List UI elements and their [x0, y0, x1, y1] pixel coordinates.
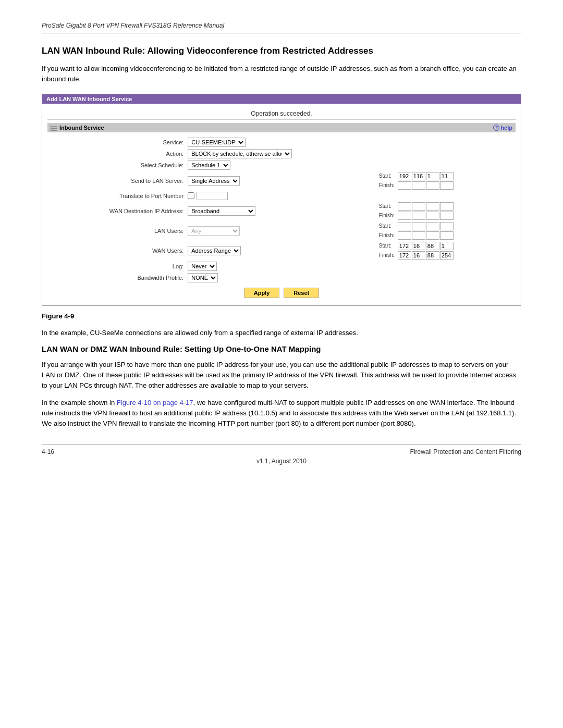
footer-left: 4-16: [42, 448, 54, 455]
start-finish-cell: Start: Finish:: [377, 171, 516, 191]
lan-start-4[interactable]: [440, 222, 454, 230]
schedule-field: Schedule 1: [186, 159, 377, 171]
wan-users-select[interactable]: Address Range: [188, 246, 241, 255]
service-field: CU-SEEME:UDP: [186, 137, 377, 148]
grid-icon: [51, 125, 57, 131]
figure-label: Figure 4-9: [42, 311, 521, 322]
lan-server-row: Send to LAN Server: Single Address Start…: [47, 171, 516, 191]
wan-dest-field: Broadband: [186, 201, 377, 221]
start-ip-4[interactable]: [440, 172, 454, 180]
screenshot-content: Operation succeeded. Inbound Service ? h…: [42, 104, 521, 305]
wan-start-3[interactable]: [426, 242, 439, 250]
service-label: Service:: [47, 137, 186, 148]
wan-dest-start-1[interactable]: [398, 202, 411, 211]
bandwidth-select[interactable]: NONE: [188, 273, 218, 282]
wan-dest-finish-4[interactable]: [440, 212, 454, 220]
lan-start-3[interactable]: [426, 222, 439, 230]
wan-dest-select[interactable]: Broadband: [188, 206, 255, 216]
action-select[interactable]: BLOCK by schedule, otherwise allow: [188, 149, 292, 158]
section2-para2: In the example shown in Figure 4-10 on p…: [42, 398, 521, 429]
service-row: Service: CU-SEEME:UDP: [47, 137, 516, 148]
wan-dest-start-label: Start:: [379, 203, 396, 209]
wan-dest-sf-cell: Start: Finish:: [377, 201, 516, 221]
figure-link[interactable]: Figure 4-10 on page 4-17: [117, 399, 193, 406]
reset-button[interactable]: Reset: [284, 288, 319, 298]
lan-start-2[interactable]: [412, 222, 425, 230]
finish-label: Finish:: [379, 182, 396, 188]
wan-dest-finish-label: Finish:: [379, 213, 396, 218]
footer-row: 4-16 Firewall Protection and Content Fil…: [42, 448, 521, 455]
section1-para1: If you want to allow incoming videoconfe…: [42, 64, 521, 84]
lan-finish-1[interactable]: [398, 231, 411, 240]
translate-input[interactable]: [197, 192, 228, 200]
start-row: Start:: [379, 172, 513, 180]
wan-dest-finish-3[interactable]: [426, 212, 439, 220]
wan-users-label: WAN Users:: [47, 241, 186, 261]
wan-dest-row: WAN Destination IP Address: Broadband St…: [47, 201, 516, 221]
section2-heading: LAN WAN or DMZ WAN Inbound Rule: Setting…: [42, 344, 521, 353]
finish-ip-1[interactable]: [398, 181, 411, 190]
screenshot-title-bar: Add LAN WAN Inbound Service: [42, 94, 521, 104]
start-ip-group: [398, 172, 454, 180]
lan-finish-2[interactable]: [412, 231, 425, 240]
button-row: Apply Reset: [47, 283, 516, 300]
send-lan-select[interactable]: Single Address: [188, 176, 240, 186]
header-rule: [42, 33, 521, 33]
translate-checkbox[interactable]: [188, 192, 194, 199]
translate-field: [186, 191, 377, 201]
wan-dest-start-3[interactable]: [426, 202, 439, 211]
action-label: Action:: [47, 148, 186, 159]
schedule-label: Select Schedule:: [47, 159, 186, 171]
service-select[interactable]: CU-SEEME:UDP: [188, 138, 246, 147]
log-select[interactable]: Never: [188, 262, 217, 271]
lan-start-label: Start:: [379, 223, 396, 229]
lan-finish-3[interactable]: [426, 231, 439, 240]
wan-finish-1[interactable]: [398, 251, 411, 260]
wan-finish-2[interactable]: [412, 251, 425, 260]
lan-users-select[interactable]: Any: [188, 226, 240, 236]
lan-users-row: LAN Users: Any Start:: [47, 221, 516, 241]
wan-start-4[interactable]: [440, 242, 454, 250]
wan-start-label: Start:: [379, 243, 396, 249]
wan-dest-start-4[interactable]: [440, 202, 454, 211]
wan-finish-4[interactable]: [440, 251, 454, 260]
lan-finish-row: Finish:: [379, 231, 513, 240]
wan-users-sf-cell: Start: Finish:: [377, 241, 516, 261]
action-field: BLOCK by schedule, otherwise allow: [186, 148, 377, 159]
translate-label: Translate to Port Number: [47, 191, 186, 201]
wan-finish-row: Finish:: [379, 251, 513, 260]
start-ip-3[interactable]: [426, 172, 439, 180]
help-link[interactable]: ? help: [493, 125, 512, 131]
start-ip-1[interactable]: [398, 172, 411, 180]
bandwidth-row: Bandwidth Profile: NONE: [47, 272, 516, 283]
action-row: Action: BLOCK by schedule, otherwise all…: [47, 148, 516, 159]
start-ip-2[interactable]: [412, 172, 425, 180]
wan-dest-finish-1[interactable]: [398, 212, 411, 220]
lan-finish-label: Finish:: [379, 232, 396, 238]
inbound-service-header: Inbound Service ? help: [47, 123, 516, 132]
screenshot-box: Add LAN WAN Inbound Service Operation su…: [42, 94, 521, 306]
wan-start-2[interactable]: [412, 242, 425, 250]
section2-para1: If you arrange with your ISP to have mor…: [42, 360, 521, 391]
lan-start-1[interactable]: [398, 222, 411, 230]
help-icon: ?: [493, 125, 499, 131]
finish-ip-4[interactable]: [440, 181, 454, 190]
lan-start-row: Start:: [379, 222, 513, 230]
start-label: Start:: [379, 173, 396, 179]
log-row: Log: Never: [47, 261, 516, 272]
finish-ip-3[interactable]: [426, 181, 439, 190]
finish-ip-2[interactable]: [412, 181, 425, 190]
footer-rule: [42, 445, 521, 445]
log-label: Log:: [47, 261, 186, 272]
section1-heading: LAN WAN Inbound Rule: Allowing Videoconf…: [42, 46, 521, 56]
lan-finish-4[interactable]: [440, 231, 454, 240]
lan-users-field: Any: [186, 221, 377, 241]
wan-dest-start-2[interactable]: [412, 202, 425, 211]
wan-users-field: Address Range: [186, 241, 377, 261]
wan-finish-3[interactable]: [426, 251, 439, 260]
form-table: Service: CU-SEEME:UDP Action: BLOCK by s…: [47, 137, 516, 283]
schedule-select[interactable]: Schedule 1: [188, 161, 230, 170]
wan-start-1[interactable]: [398, 242, 411, 250]
apply-button[interactable]: Apply: [244, 288, 280, 298]
wan-dest-finish-2[interactable]: [412, 212, 425, 220]
